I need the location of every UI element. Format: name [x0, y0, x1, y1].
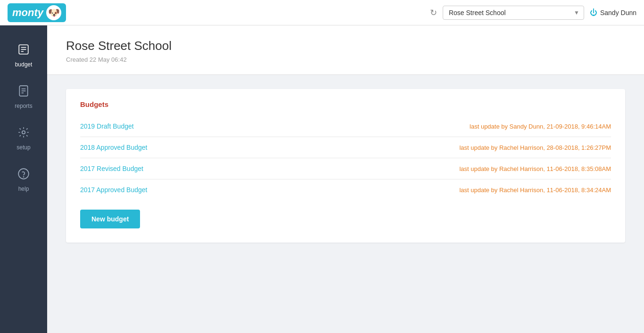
user-name: Sandy Dunn [600, 9, 636, 16]
budget-update-2: last update by Rachel Harrison, 11-06-20… [459, 165, 611, 172]
help-icon [17, 168, 30, 183]
reports-icon [17, 85, 30, 100]
header-right: ↻ Rose Street School ▼ ⏻ Sandy Dunn [430, 6, 636, 20]
logo-text: monty [12, 7, 43, 19]
budget-card: Budgets 2019 Draft Budget last update by… [66, 89, 625, 243]
table-row: 2017 Approved Budget last update by Rach… [80, 179, 611, 200]
budget-icon [17, 43, 30, 58]
budget-link-2[interactable]: 2017 Revised Budget [80, 165, 143, 172]
table-row: 2018 Approved Budget last update by Rach… [80, 137, 611, 158]
budget-update-1: last update by Rachel Harrison, 28-08-20… [459, 144, 611, 151]
budgets-heading: Budgets [80, 100, 611, 108]
page-subtitle: Created 22 May 06:42 [66, 56, 625, 63]
app-header: monty 🐶 ↻ Rose Street School ▼ ⏻ Sandy D… [0, 0, 644, 25]
page-title: Rose Street School [66, 39, 625, 53]
power-icon: ⏻ [590, 8, 597, 17]
sidebar-item-budget[interactable]: budget [0, 35, 47, 76]
svg-point-8 [22, 131, 25, 134]
dog-icon: 🐶 [46, 5, 61, 20]
school-select-wrapper: Rose Street School ▼ [443, 6, 584, 20]
sidebar-item-help[interactable]: help [0, 159, 47, 201]
sidebar-budget-label: budget [15, 61, 33, 68]
new-budget-button[interactable]: New budget [80, 210, 140, 228]
sidebar: budget reports setup [0, 25, 47, 333]
budget-link-0[interactable]: 2019 Draft Budget [80, 122, 134, 130]
user-info: ⏻ Sandy Dunn [590, 8, 636, 17]
sidebar-help-label: help [18, 186, 29, 192]
sidebar-item-setup[interactable]: setup [0, 118, 47, 159]
sidebar-reports-label: reports [15, 103, 32, 109]
budget-container: Budgets 2019 Draft Budget last update by… [47, 75, 644, 333]
setup-icon [17, 126, 30, 141]
refresh-icon[interactable]: ↻ [430, 8, 437, 18]
main-layout: budget reports setup [0, 25, 644, 333]
sidebar-setup-label: setup [17, 144, 30, 151]
budget-update-3: last update by Rachel Harrison, 11-06-20… [459, 187, 611, 194]
page-header: Rose Street School Created 22 May 06:42 [47, 25, 644, 75]
table-row: 2017 Revised Budget last update by Rache… [80, 158, 611, 179]
budget-list: 2019 Draft Budget last update by Sandy D… [80, 116, 611, 200]
sidebar-item-reports[interactable]: reports [0, 76, 47, 118]
logo: monty 🐶 [8, 3, 66, 22]
budget-link-1[interactable]: 2018 Approved Budget [80, 144, 147, 151]
table-row: 2019 Draft Budget last update by Sandy D… [80, 116, 611, 137]
content-area: Rose Street School Created 22 May 06:42 … [47, 25, 644, 333]
budget-link-3[interactable]: 2017 Approved Budget [80, 186, 147, 194]
svg-point-10 [23, 177, 24, 177]
budget-update-0: last update by Sandy Dunn, 21-09-2018, 9… [470, 123, 611, 130]
school-select[interactable]: Rose Street School [443, 6, 584, 20]
